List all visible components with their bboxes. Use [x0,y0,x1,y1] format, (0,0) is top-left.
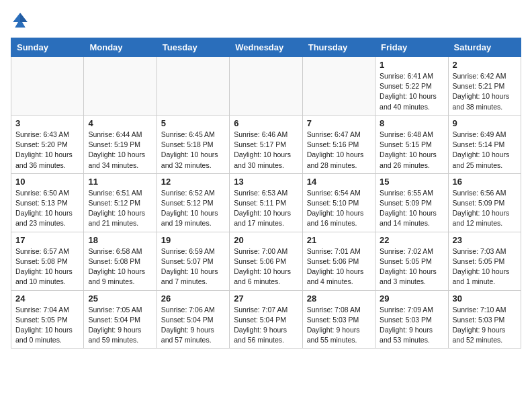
day-info: Sunrise: 7:07 AM Sunset: 5:04 PM Dayligh… [234,305,298,346]
day-info: Sunrise: 6:50 AM Sunset: 5:13 PM Dayligh… [15,188,79,229]
day-info: Sunrise: 6:42 AM Sunset: 5:21 PM Dayligh… [453,71,517,112]
day-info: Sunrise: 6:45 AM Sunset: 5:18 PM Dayligh… [161,130,225,171]
day-number: 4 [88,118,152,128]
day-number: 9 [453,118,517,128]
calendar-week-5: 24Sunrise: 7:04 AM Sunset: 5:05 PM Dayli… [11,290,521,349]
day-info: Sunrise: 7:01 AM Sunset: 5:06 PM Dayligh… [307,246,371,287]
calendar-table: SundayMondayTuesdayWednesdayThursdayFrid… [11,38,521,349]
day-number: 28 [307,293,371,304]
day-info: Sunrise: 7:10 AM Sunset: 5:03 PM Dayligh… [453,305,517,346]
weekday-header-tuesday: Tuesday [157,38,229,57]
day-info: Sunrise: 6:53 AM Sunset: 5:11 PM Dayligh… [234,188,298,229]
weekday-header-saturday: Saturday [448,38,521,57]
calendar-cell: 30Sunrise: 7:10 AM Sunset: 5:03 PM Dayli… [448,290,521,349]
day-number: 6 [234,118,298,128]
calendar-cell: 25Sunrise: 7:05 AM Sunset: 5:04 PM Dayli… [84,290,157,349]
calendar-cell: 18Sunrise: 6:58 AM Sunset: 5:08 PM Dayli… [84,232,157,290]
day-info: Sunrise: 6:49 AM Sunset: 5:14 PM Dayligh… [453,130,517,171]
day-info: Sunrise: 6:56 AM Sunset: 5:09 PM Dayligh… [453,188,517,229]
calendar-cell: 13Sunrise: 6:53 AM Sunset: 5:11 PM Dayli… [230,173,302,232]
day-number: 25 [88,293,152,304]
calendar-cell: 3Sunrise: 6:43 AM Sunset: 5:20 PM Daylig… [11,115,84,173]
day-number: 24 [15,293,79,304]
weekday-header-friday: Friday [375,38,448,57]
day-number: 19 [161,235,225,245]
weekday-header-wednesday: Wednesday [230,38,302,57]
calendar-cell: 5Sunrise: 6:45 AM Sunset: 5:18 PM Daylig… [157,115,229,173]
calendar-cell: 17Sunrise: 6:57 AM Sunset: 5:08 PM Dayli… [11,232,84,290]
calendar-cell: 23Sunrise: 7:03 AM Sunset: 5:05 PM Dayli… [448,232,521,290]
calendar-cell: 6Sunrise: 6:46 AM Sunset: 5:17 PM Daylig… [230,115,302,173]
calendar-cell: 20Sunrise: 7:00 AM Sunset: 5:06 PM Dayli… [230,232,302,290]
day-info: Sunrise: 6:48 AM Sunset: 5:15 PM Dayligh… [380,130,443,171]
calendar-cell: 8Sunrise: 6:48 AM Sunset: 5:15 PM Daylig… [375,115,448,173]
day-info: Sunrise: 6:46 AM Sunset: 5:17 PM Dayligh… [234,130,298,171]
calendar-body: 1Sunrise: 6:41 AM Sunset: 5:22 PM Daylig… [11,57,521,349]
day-number: 21 [307,235,371,245]
calendar-cell: 26Sunrise: 7:06 AM Sunset: 5:04 PM Dayli… [157,290,229,349]
calendar-cell [157,57,229,116]
day-number: 15 [380,177,443,187]
page-header [11,11,521,30]
calendar-cell: 24Sunrise: 7:04 AM Sunset: 5:05 PM Dayli… [11,290,84,349]
day-info: Sunrise: 7:00 AM Sunset: 5:06 PM Dayligh… [234,246,298,287]
day-info: Sunrise: 7:09 AM Sunset: 5:03 PM Dayligh… [380,305,443,346]
day-number: 14 [307,177,371,187]
day-number: 13 [234,177,298,187]
calendar-cell: 21Sunrise: 7:01 AM Sunset: 5:06 PM Dayli… [302,232,375,290]
calendar-cell: 19Sunrise: 6:59 AM Sunset: 5:07 PM Dayli… [157,232,229,290]
day-number: 22 [380,235,443,245]
logo-icon [11,11,30,30]
day-number: 8 [380,118,443,128]
calendar-cell: 27Sunrise: 7:07 AM Sunset: 5:04 PM Dayli… [230,290,302,349]
day-info: Sunrise: 7:02 AM Sunset: 5:05 PM Dayligh… [380,246,443,287]
day-number: 29 [380,293,443,304]
calendar-week-3: 10Sunrise: 6:50 AM Sunset: 5:13 PM Dayli… [11,173,521,232]
day-number: 26 [161,293,225,304]
calendar-cell: 22Sunrise: 7:02 AM Sunset: 5:05 PM Dayli… [375,232,448,290]
day-number: 7 [307,118,371,128]
calendar-cell: 14Sunrise: 6:54 AM Sunset: 5:10 PM Dayli… [302,173,375,232]
svg-marker-1 [20,13,28,22]
day-info: Sunrise: 7:08 AM Sunset: 5:03 PM Dayligh… [307,305,371,346]
day-number: 12 [161,177,225,187]
day-info: Sunrise: 6:59 AM Sunset: 5:07 PM Dayligh… [161,246,225,287]
day-number: 30 [453,293,517,304]
calendar-cell: 11Sunrise: 6:51 AM Sunset: 5:12 PM Dayli… [84,173,157,232]
calendar-cell: 1Sunrise: 6:41 AM Sunset: 5:22 PM Daylig… [375,57,448,116]
day-info: Sunrise: 7:06 AM Sunset: 5:04 PM Dayligh… [161,305,225,346]
calendar-cell: 4Sunrise: 6:44 AM Sunset: 5:19 PM Daylig… [84,115,157,173]
day-number: 1 [380,60,443,70]
day-number: 20 [234,235,298,245]
calendar-cell [230,57,302,116]
weekday-header-thursday: Thursday [302,38,375,57]
calendar-cell: 12Sunrise: 6:52 AM Sunset: 5:12 PM Dayli… [157,173,229,232]
day-number: 11 [88,177,152,187]
day-info: Sunrise: 6:43 AM Sunset: 5:20 PM Dayligh… [15,130,79,171]
calendar-cell: 7Sunrise: 6:47 AM Sunset: 5:16 PM Daylig… [302,115,375,173]
day-info: Sunrise: 7:05 AM Sunset: 5:04 PM Dayligh… [88,305,152,346]
day-info: Sunrise: 6:57 AM Sunset: 5:08 PM Dayligh… [15,246,79,287]
weekday-header-sunday: Sunday [11,38,84,57]
calendar-cell: 16Sunrise: 6:56 AM Sunset: 5:09 PM Dayli… [448,173,521,232]
day-info: Sunrise: 7:04 AM Sunset: 5:05 PM Dayligh… [15,305,79,346]
calendar-week-4: 17Sunrise: 6:57 AM Sunset: 5:08 PM Dayli… [11,232,521,290]
calendar-cell: 28Sunrise: 7:08 AM Sunset: 5:03 PM Dayli… [302,290,375,349]
day-info: Sunrise: 6:55 AM Sunset: 5:09 PM Dayligh… [380,188,443,229]
day-info: Sunrise: 6:44 AM Sunset: 5:19 PM Dayligh… [88,130,152,171]
day-info: Sunrise: 6:41 AM Sunset: 5:22 PM Dayligh… [380,71,443,112]
day-info: Sunrise: 7:03 AM Sunset: 5:05 PM Dayligh… [453,246,517,287]
calendar-cell: 29Sunrise: 7:09 AM Sunset: 5:03 PM Dayli… [375,290,448,349]
calendar-week-1: 1Sunrise: 6:41 AM Sunset: 5:22 PM Daylig… [11,57,521,116]
day-info: Sunrise: 6:54 AM Sunset: 5:10 PM Dayligh… [307,188,371,229]
calendar-cell: 2Sunrise: 6:42 AM Sunset: 5:21 PM Daylig… [448,57,521,116]
day-info: Sunrise: 6:52 AM Sunset: 5:12 PM Dayligh… [161,188,225,229]
day-number: 16 [453,177,517,187]
day-number: 10 [15,177,79,187]
day-number: 5 [161,118,225,128]
day-info: Sunrise: 6:58 AM Sunset: 5:08 PM Dayligh… [88,246,152,287]
day-number: 27 [234,293,298,304]
day-number: 18 [88,235,152,245]
logo [11,11,32,30]
day-number: 2 [453,60,517,70]
